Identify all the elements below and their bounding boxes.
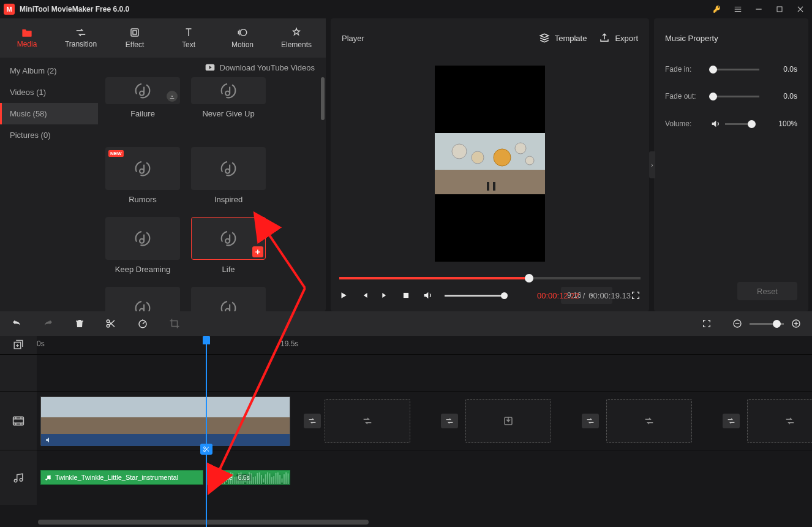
- sidecat-videos[interactable]: Videos (1): [0, 82, 98, 103]
- sidecat-myalbum[interactable]: My Album (2): [0, 60, 98, 82]
- time-current: 00:00:12.22: [537, 291, 579, 300]
- maximize-button[interactable]: [772, 1, 788, 17]
- drop-slot[interactable]: [747, 399, 812, 443]
- svg-rect-53: [226, 479, 227, 482]
- svg-point-17: [136, 301, 150, 311]
- drop-slot[interactable]: [465, 399, 551, 443]
- svg-rect-31: [404, 293, 408, 298]
- svg-rect-80: [282, 479, 283, 483]
- menu-icon[interactable]: [730, 1, 746, 17]
- music-item[interactable]: Inspired: [191, 147, 266, 208]
- transition-slot[interactable]: [441, 414, 458, 428]
- playhead-split-icon[interactable]: [200, 444, 212, 455]
- playhead-head-icon[interactable]: [203, 336, 210, 344]
- tab-label: Text: [182, 40, 195, 49]
- volume-value: 100%: [778, 119, 797, 128]
- fadeout-slider[interactable]: [710, 96, 759, 97]
- svg-rect-44: [208, 479, 209, 482]
- delete-button[interactable]: [75, 318, 85, 329]
- timeline: 0s 19.5s Twinkle_Twinkle_Little_Star_ins…: [0, 336, 812, 527]
- speed-button[interactable]: [137, 318, 148, 329]
- svg-rect-57: [235, 477, 236, 484]
- music-item[interactable]: NEWRumors: [105, 147, 180, 208]
- split-button[interactable]: [105, 318, 116, 329]
- download-youtube-link[interactable]: Download YouTube Videos: [98, 58, 326, 77]
- progress-knob[interactable]: [525, 274, 533, 282]
- audio-clip[interactable]: Life6.6s: [207, 470, 290, 485]
- zoom-slider[interactable]: [750, 323, 784, 325]
- svg-rect-77: [276, 473, 277, 485]
- music-item-label: Life: [222, 265, 235, 274]
- music-item[interactable]: Failure: [105, 77, 180, 138]
- player-volume-slider[interactable]: [445, 295, 505, 297]
- music-gallery: Failure Never Give Up NEWRumors Inspired…: [98, 77, 326, 311]
- time-ruler[interactable]: 0s 19.5s: [37, 336, 812, 354]
- svg-point-41: [20, 478, 23, 481]
- video-clip[interactable]: [40, 396, 290, 445]
- sidecat-pictures[interactable]: Pictures (0): [0, 124, 98, 146]
- svg-rect-70: [261, 475, 262, 485]
- gallery-scrollbar[interactable]: [321, 77, 325, 120]
- property-panel: › Music Property Fade in: 0.0s Fade out:…: [654, 18, 808, 311]
- collapse-handle-icon[interactable]: ›: [649, 151, 655, 178]
- svg-rect-79: [279, 475, 280, 485]
- add-to-timeline-button[interactable]: +: [252, 246, 263, 257]
- audio-track[interactable]: Twinkle_Twinkle_Little_Star_instrumental…: [37, 450, 812, 505]
- sidecat-music[interactable]: Music (58): [0, 103, 98, 124]
- template-button[interactable]: Template: [539, 32, 587, 44]
- progress-bar[interactable]: [339, 277, 641, 279]
- volume-slider[interactable]: [725, 123, 753, 125]
- timeline-scrollbar[interactable]: [38, 520, 369, 525]
- side-categories: My Album (2) Videos (1) Music (58) Pictu…: [0, 58, 98, 311]
- transition-slot[interactable]: [723, 414, 740, 428]
- speaker-icon[interactable]: [710, 119, 720, 129]
- zoom-in-button[interactable]: [791, 319, 801, 328]
- export-label: Export: [615, 34, 638, 43]
- tab-media[interactable]: Media: [0, 18, 54, 58]
- fadein-slider[interactable]: [710, 69, 759, 70]
- tab-text[interactable]: Text: [162, 18, 216, 58]
- play-button[interactable]: [339, 291, 348, 300]
- redo-button[interactable]: [43, 318, 54, 329]
- svg-rect-45: [209, 474, 211, 485]
- svg-rect-65: [250, 473, 252, 485]
- playhead[interactable]: [206, 336, 207, 527]
- svg-rect-23: [435, 170, 545, 194]
- stop-button[interactable]: [402, 291, 410, 300]
- music-item[interactable]: Never Give Up: [191, 77, 266, 138]
- tab-effect[interactable]: Effect: [108, 18, 162, 58]
- svg-rect-51: [222, 472, 223, 485]
- music-item[interactable]: [105, 287, 180, 311]
- drop-slot[interactable]: [325, 399, 410, 443]
- key-icon[interactable]: [709, 1, 725, 17]
- drop-slot[interactable]: [606, 399, 692, 443]
- add-track-button[interactable]: [0, 336, 37, 354]
- volume-icon[interactable]: [423, 290, 432, 300]
- transition-slot[interactable]: [304, 414, 321, 428]
- fullscreen-button[interactable]: [631, 290, 641, 300]
- fit-button[interactable]: [702, 319, 712, 328]
- crop-button[interactable]: [169, 318, 180, 329]
- tab-elements[interactable]: Elements: [269, 18, 323, 58]
- music-item[interactable]: [191, 287, 266, 311]
- preview-area: [331, 58, 649, 270]
- tab-motion[interactable]: Motion: [216, 18, 269, 58]
- transition-slot[interactable]: [582, 414, 599, 428]
- prev-frame-button[interactable]: [360, 291, 369, 300]
- download-icon[interactable]: [167, 91, 178, 102]
- undo-button[interactable]: [11, 318, 22, 329]
- next-frame-button[interactable]: [381, 291, 389, 300]
- music-item[interactable]: Keep Dreaming: [105, 217, 180, 278]
- export-button[interactable]: Export: [599, 32, 638, 44]
- audio-clip[interactable]: Twinkle_Twinkle_Little_Star_instrumental: [40, 470, 203, 485]
- svg-rect-30: [493, 182, 495, 191]
- minimize-button[interactable]: [751, 1, 767, 17]
- music-item[interactable]: +Life: [191, 217, 266, 278]
- reset-button[interactable]: Reset: [737, 282, 797, 300]
- video-track[interactable]: [37, 392, 812, 450]
- download-youtube-label: Download YouTube Videos: [220, 63, 315, 72]
- tab-transition[interactable]: Transition: [54, 18, 108, 58]
- svg-point-24: [452, 144, 467, 159]
- close-button[interactable]: [792, 1, 808, 17]
- zoom-out-button[interactable]: [732, 319, 742, 328]
